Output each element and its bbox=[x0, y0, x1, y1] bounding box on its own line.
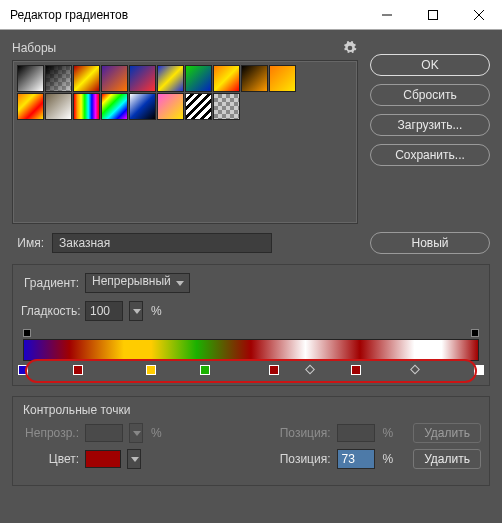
color-stop-track[interactable] bbox=[23, 361, 479, 375]
smoothness-label: Гладкость: bbox=[21, 304, 79, 318]
preset-swatch[interactable] bbox=[185, 93, 212, 120]
gradient-type-label: Градиент: bbox=[21, 276, 79, 290]
delete-color-stop-button[interactable]: Удалить bbox=[413, 449, 481, 469]
smoothness-input[interactable] bbox=[85, 301, 123, 321]
svg-rect-1 bbox=[429, 10, 438, 19]
preset-swatch[interactable] bbox=[213, 93, 240, 120]
presets-grid bbox=[12, 60, 358, 224]
preset-swatch[interactable] bbox=[17, 65, 44, 92]
opacity-stepper bbox=[129, 423, 143, 443]
gear-icon[interactable] bbox=[342, 40, 358, 56]
presets-label: Наборы bbox=[12, 41, 342, 55]
color-stop[interactable] bbox=[351, 365, 361, 375]
opacity-label: Непрозр.: bbox=[21, 426, 79, 440]
color-stop[interactable] bbox=[146, 365, 156, 375]
preset-swatch[interactable] bbox=[101, 93, 128, 120]
preset-swatch[interactable] bbox=[45, 93, 72, 120]
percent-label: % bbox=[383, 452, 394, 466]
maximize-button[interactable] bbox=[410, 0, 456, 30]
midpoint-handle[interactable] bbox=[410, 365, 420, 375]
window-title: Редактор градиентов bbox=[10, 8, 364, 22]
load-button[interactable]: Загрузить... bbox=[370, 114, 490, 136]
opacity-input bbox=[85, 424, 123, 442]
gradient-panel: Градиент: Непрерывный Гладкость: % bbox=[12, 264, 490, 386]
delete-opacity-stop-button: Удалить bbox=[413, 423, 481, 443]
color-stop[interactable] bbox=[200, 365, 210, 375]
preset-swatch[interactable] bbox=[129, 93, 156, 120]
reset-button[interactable]: Сбросить bbox=[370, 84, 490, 106]
color-label: Цвет: bbox=[21, 452, 79, 466]
stops-title: Контрольные точки bbox=[23, 403, 481, 417]
name-label: Имя: bbox=[12, 236, 44, 250]
midpoint-handle[interactable] bbox=[305, 365, 315, 375]
gradient-editor[interactable] bbox=[23, 329, 479, 375]
new-button[interactable]: Новый bbox=[370, 232, 490, 254]
color-stop[interactable] bbox=[73, 365, 83, 375]
preset-swatch[interactable] bbox=[185, 65, 212, 92]
stops-panel: Контрольные точки Непрозр.: % Позиция: %… bbox=[12, 396, 490, 486]
color-position-input[interactable] bbox=[337, 449, 375, 469]
preset-swatch[interactable] bbox=[45, 65, 72, 92]
opacity-position-input bbox=[337, 424, 375, 442]
preset-swatch[interactable] bbox=[269, 65, 296, 92]
preset-swatch[interactable] bbox=[17, 93, 44, 120]
preset-swatch[interactable] bbox=[101, 65, 128, 92]
percent-label: % bbox=[151, 304, 162, 318]
opacity-position-label: Позиция: bbox=[280, 426, 331, 440]
preset-swatch[interactable] bbox=[157, 93, 184, 120]
smoothness-stepper[interactable] bbox=[129, 301, 143, 321]
title-bar: Редактор градиентов bbox=[0, 0, 502, 30]
color-stop[interactable] bbox=[18, 365, 28, 375]
color-swatch[interactable] bbox=[85, 450, 121, 468]
preset-swatch[interactable] bbox=[73, 93, 100, 120]
gradient-type-select[interactable]: Непрерывный bbox=[85, 273, 190, 293]
opacity-stop[interactable] bbox=[23, 329, 31, 337]
percent-label: % bbox=[151, 426, 162, 440]
opacity-stop[interactable] bbox=[471, 329, 479, 337]
color-stop[interactable] bbox=[474, 365, 484, 375]
minimize-button[interactable] bbox=[364, 0, 410, 30]
percent-label: % bbox=[383, 426, 394, 440]
color-position-label: Позиция: bbox=[280, 452, 331, 466]
preset-swatch[interactable] bbox=[73, 65, 100, 92]
color-picker-dropdown[interactable] bbox=[127, 449, 141, 469]
close-button[interactable] bbox=[456, 0, 502, 30]
color-stop[interactable] bbox=[269, 365, 279, 375]
save-button[interactable]: Сохранить... bbox=[370, 144, 490, 166]
gradient-bar[interactable] bbox=[23, 339, 479, 361]
ok-button[interactable]: OK bbox=[370, 54, 490, 76]
preset-swatch[interactable] bbox=[157, 65, 184, 92]
presets-header: Наборы bbox=[12, 40, 358, 56]
preset-swatch[interactable] bbox=[129, 65, 156, 92]
preset-swatch[interactable] bbox=[241, 65, 268, 92]
opacity-stop-track[interactable] bbox=[23, 329, 479, 339]
preset-swatch[interactable] bbox=[213, 65, 240, 92]
name-input[interactable] bbox=[52, 233, 272, 253]
